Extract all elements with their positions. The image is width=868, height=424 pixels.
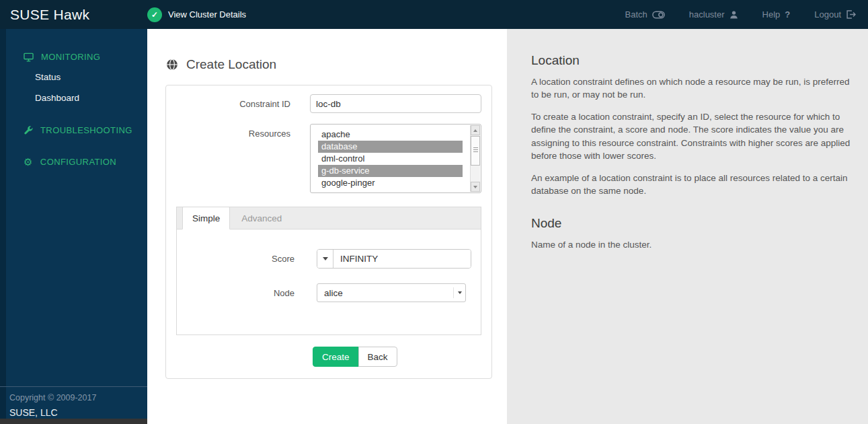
question-mark-icon: ? (785, 9, 790, 20)
constraint-tabs: Simple Advanced Score Nod (176, 207, 481, 335)
topbar-menu: Batch hacluster Help ? Logout (625, 9, 868, 20)
batch-button[interactable]: Batch (625, 9, 665, 20)
logout-label: Logout (814, 9, 841, 20)
sidebar-section-monitoring[interactable]: MONITORING (0, 47, 147, 67)
sidebar-section-label: MONITORING (41, 52, 100, 62)
sidebar-section-troubleshooting[interactable]: TROUBLESHOOTING (0, 120, 147, 140)
page-header: Create Location (165, 57, 492, 72)
help-section-node: Node Name of a node in the cluster. (531, 216, 851, 251)
node-selected-value: alice (324, 288, 343, 298)
simple-tab-panel: Score Node alice (176, 229, 481, 335)
score-row: Score (177, 249, 481, 269)
logout-button[interactable]: Logout (814, 9, 856, 20)
user-menu[interactable]: hacluster (689, 9, 738, 20)
sidebar-item-label: Status (35, 72, 61, 82)
username-label: hacluster (689, 9, 725, 20)
cluster-ok-check-icon: ✓ (147, 7, 162, 22)
help-paragraph: To create a location constraint, specify… (531, 110, 851, 162)
sidebar-item-label: Dashboard (35, 93, 79, 103)
form-actions: Create Back (313, 347, 481, 367)
score-label: Score (177, 254, 294, 264)
resources-row: Resources apache database dml-control g-… (176, 124, 481, 193)
sidebar: MONITORING Status Dashboard TROUBLESHOOT… (0, 29, 147, 424)
resource-option[interactable]: google-pinger (318, 177, 463, 189)
main-content: Create Location Constraint ID Resources … (147, 29, 507, 424)
sidebar-item-status[interactable]: Status (0, 67, 147, 87)
sidebar-section-configuration[interactable]: ⚙ CONFIGURATION (0, 152, 147, 172)
monitor-icon (24, 52, 34, 62)
bottom-strip (0, 419, 147, 424)
app-brand[interactable]: SUSE Hawk (0, 7, 147, 23)
constraint-id-label: Constraint ID (176, 99, 290, 109)
sidebar-section-label: CONFIGURATION (40, 157, 116, 167)
node-row: Node alice (177, 283, 481, 302)
help-section-location: Location A location constraint defines o… (531, 53, 851, 197)
resource-option[interactable]: database (318, 141, 463, 153)
resource-option[interactable]: dml-control (318, 153, 463, 165)
help-paragraph: A location constraint defines on which n… (531, 75, 851, 101)
scroll-down-icon[interactable] (471, 182, 480, 192)
listbox-scrollbar[interactable] (470, 125, 480, 192)
resource-option[interactable]: g-db-service (318, 165, 463, 177)
globe-icon (166, 59, 178, 71)
help-label: Help (762, 9, 781, 20)
batch-toggle-icon (652, 11, 665, 19)
constraint-id-row: Constraint ID (176, 94, 481, 113)
constraint-id-input[interactable] (310, 94, 481, 113)
scrollbar-thumb[interactable] (471, 136, 480, 166)
company-name: SUSE, LLC (9, 407, 138, 418)
sidebar-footer: Copyright © 2009-2017 SUSE, LLC (0, 386, 147, 418)
tab-simple[interactable]: Simple (182, 207, 230, 229)
chevron-down-icon (323, 257, 328, 260)
help-paragraph: Name of a node in the cluster. (531, 238, 851, 251)
sign-out-icon (846, 10, 856, 19)
back-button[interactable]: Back (358, 347, 397, 367)
page-title: Create Location (186, 57, 276, 72)
resource-option[interactable]: apache (318, 129, 463, 141)
create-location-form: Constraint ID Resources apache database … (165, 85, 492, 379)
help-panel: Location A location constraint defines o… (507, 29, 868, 424)
user-icon (729, 10, 738, 19)
sidebar-item-dashboard[interactable]: Dashboard (0, 87, 147, 108)
sidebar-section-label: TROUBLESHOOTING (40, 125, 132, 135)
batch-label: Batch (625, 9, 647, 20)
wrench-icon (24, 126, 33, 135)
scroll-up-icon[interactable] (471, 125, 480, 135)
chevron-down-icon (453, 287, 465, 298)
score-dropdown-button[interactable] (317, 250, 333, 268)
help-heading: Location (531, 53, 851, 68)
create-button[interactable]: Create (313, 347, 359, 367)
score-input-group (317, 249, 471, 269)
view-cluster-details-label: View Cluster Details (168, 9, 246, 20)
tab-bar: Simple Advanced (176, 207, 481, 229)
help-button[interactable]: Help ? (762, 9, 791, 20)
node-label: Node (177, 288, 294, 298)
node-select[interactable]: alice (317, 283, 466, 302)
copyright-text: Copyright © 2009-2017 (9, 393, 138, 402)
help-heading: Node (531, 216, 851, 231)
score-input[interactable] (333, 250, 471, 268)
help-paragraph: An example of a location constraint is t… (531, 172, 851, 197)
resources-label: Resources (176, 129, 290, 139)
gear-icon: ⚙ (24, 157, 33, 167)
tab-advanced[interactable]: Advanced (230, 207, 293, 229)
resources-listbox[interactable]: apache database dml-control g-db-service… (310, 124, 481, 193)
view-cluster-details[interactable]: ✓ View Cluster Details (147, 7, 246, 22)
top-bar: SUSE Hawk ✓ View Cluster Details Batch h… (0, 0, 868, 29)
